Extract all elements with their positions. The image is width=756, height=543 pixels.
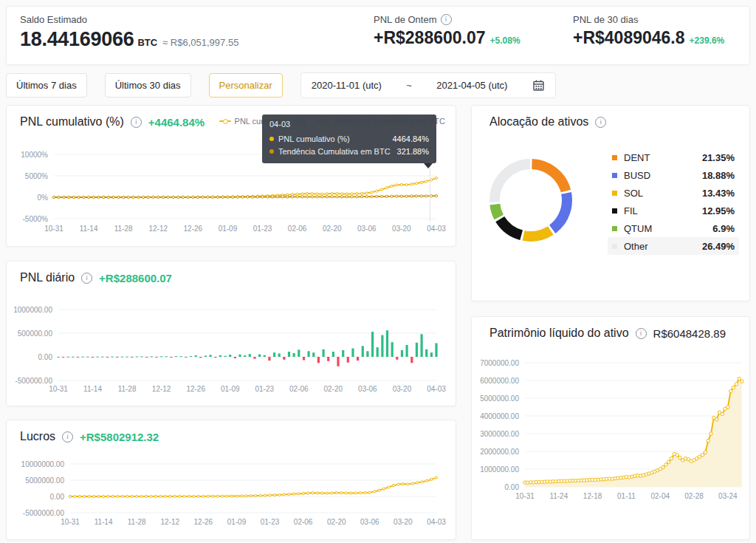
- svg-text:02-06: 02-06: [288, 225, 307, 233]
- date-end-value[interactable]: 2021-04-05 (utc): [436, 80, 507, 91]
- svg-text:11-28: 11-28: [128, 518, 146, 526]
- svg-text:-5000%: -5000%: [23, 215, 49, 223]
- info-icon[interactable]: i: [636, 328, 647, 339]
- profits-value: +R$5802912.32: [80, 431, 159, 443]
- pnl-yesterday-value: +R$288600.07: [374, 28, 486, 48]
- svg-text:2000000.00: 2000000.00: [480, 448, 519, 456]
- legend-label: FIL: [624, 205, 638, 216]
- last-30-days-button[interactable]: Últimos 30 dias: [105, 73, 191, 98]
- info-icon[interactable]: i: [62, 431, 73, 443]
- svg-text:-5000000.00: -5000000.00: [23, 509, 65, 517]
- net-worth-value: R$6048428.89: [653, 327, 726, 340]
- svg-text:01-09: 01-09: [227, 518, 247, 526]
- svg-text:12-26: 12-26: [184, 225, 203, 233]
- info-icon[interactable]: i: [441, 14, 452, 25]
- svg-text:11-14: 11-14: [94, 518, 113, 526]
- legend-label: BUSD: [624, 170, 650, 181]
- svg-text:3000000.00: 3000000.00: [480, 430, 519, 438]
- tooltip-date: 04-03: [269, 120, 429, 129]
- daily-pnl-value: +R$288600.07: [99, 272, 172, 284]
- date-filter-bar: Últimos 7 dias Últimos 30 dias Personali…: [6, 72, 556, 98]
- svg-text:01-11: 01-11: [617, 492, 636, 500]
- svg-text:01-23: 01-23: [253, 225, 272, 233]
- cumulative-pnl-value: +4464.84%: [148, 116, 205, 129]
- pnl-yesterday-percent: +5.08%: [490, 35, 520, 46]
- estimated-balance-fiat: ≈ R$6,051,997.55: [162, 37, 238, 48]
- svg-text:0.00: 0.00: [50, 493, 65, 501]
- tooltip-pointer: [424, 163, 433, 168]
- svg-text:-500000.00: -500000.00: [15, 377, 52, 385]
- svg-text:01-23: 01-23: [255, 385, 274, 393]
- svg-text:6000000.00: 6000000.00: [480, 377, 519, 385]
- legend-value: 18.88%: [702, 170, 735, 181]
- allocation-legend-item[interactable]: QTUM6.9%: [608, 219, 739, 237]
- daily-pnl-title: PNL diário: [20, 271, 75, 284]
- estimated-balance-value: 18.44169066: [20, 28, 134, 51]
- svg-text:4000000.00: 4000000.00: [480, 412, 519, 420]
- profits-title: Lucros: [20, 430, 55, 443]
- svg-text:03-06: 03-06: [360, 518, 379, 526]
- tooltip-label: Tendência Cumulativa em BTC: [278, 147, 391, 156]
- allocation-legend-item[interactable]: DENT21.35%: [608, 148, 739, 166]
- profits-card: Lucros i +R$5802912.32 10000000.00500000…: [6, 420, 456, 540]
- legend-swatch-icon: [612, 191, 617, 196]
- svg-text:11-14: 11-14: [80, 225, 98, 233]
- estimated-balance-label: Saldo Estimado: [20, 14, 238, 25]
- date-start-value[interactable]: 2020-11-01 (utc): [312, 80, 382, 91]
- svg-text:02-06: 02-06: [289, 385, 309, 393]
- last-7-days-button[interactable]: Últimos 7 dias: [6, 73, 87, 98]
- info-icon[interactable]: i: [81, 273, 92, 284]
- svg-text:12-26: 12-26: [194, 518, 213, 526]
- svg-text:03-06: 03-06: [357, 225, 377, 233]
- asset-allocation-title: Alocação de ativos: [489, 115, 588, 129]
- allocation-legend-item[interactable]: SOL13.43%: [608, 184, 739, 202]
- svg-text:12-18: 12-18: [583, 492, 602, 500]
- calendar-icon[interactable]: [532, 79, 545, 92]
- legend-label: DENT: [624, 152, 650, 163]
- legend-label: SOL: [624, 188, 643, 199]
- svg-text:12-12: 12-12: [152, 385, 171, 393]
- svg-text:02-04: 02-04: [650, 492, 670, 500]
- svg-text:11-24: 11-24: [549, 492, 568, 500]
- tooltip-row: Tendência Cumulativa em BTC 321.88%: [269, 145, 429, 157]
- svg-text:10000000.00: 10000000.00: [21, 460, 65, 468]
- info-icon[interactable]: i: [131, 117, 142, 128]
- svg-text:04-03: 04-03: [427, 225, 446, 233]
- allocation-legend-item[interactable]: BUSD18.88%: [608, 166, 739, 184]
- tooltip-label: PNL cumulativo (%): [278, 134, 350, 143]
- svg-text:12-12: 12-12: [160, 518, 179, 526]
- legend-swatch-icon: [612, 226, 617, 231]
- pnl-yesterday-label: PNL de Ontem: [374, 14, 437, 25]
- svg-text:10-31: 10-31: [61, 518, 80, 526]
- svg-text:04-03: 04-03: [427, 518, 446, 526]
- legend-value: 13.43%: [702, 188, 735, 199]
- legend-label: QTUM: [624, 223, 652, 234]
- series-dot-icon: [269, 137, 274, 141]
- pnl-30days-label: PNL de 30 dias: [573, 14, 724, 25]
- pnl-30days: PNL de 30 dias +R$4089046.8 +239.6%: [573, 14, 724, 48]
- legend-label: Other: [624, 241, 648, 252]
- tooltip-row: PNL cumulativo (%) 4464.84%: [269, 132, 429, 145]
- allocation-legend-item[interactable]: FIL12.95%: [608, 202, 739, 219]
- net-worth-chart[interactable]: 7000000.006000000.005000000.004000000.00…: [472, 317, 751, 541]
- customize-button[interactable]: Personalizar: [209, 73, 283, 98]
- allocation-legend-item[interactable]: Other26.49%: [608, 237, 739, 255]
- chart-crosshair: [430, 165, 430, 222]
- svg-text:11-28: 11-28: [118, 385, 137, 393]
- legend-swatch-icon: [612, 244, 617, 249]
- allocation-legend: DENT21.35%BUSD18.88%SOL13.43%FIL12.95%QT…: [608, 148, 739, 255]
- pnl-30days-percent: +239.6%: [690, 35, 725, 46]
- pnl-yesterday: PNL de Ontem i +R$288600.07 +5.08%: [374, 14, 520, 48]
- svg-text:02-20: 02-20: [324, 385, 343, 393]
- date-range-picker[interactable]: 2020-11-01 (utc) ~ 2021-04-05 (utc): [300, 72, 556, 98]
- svg-text:03-06: 03-06: [358, 385, 377, 393]
- tooltip-value: 4464.84%: [392, 134, 429, 143]
- summary-card: Saldo Estimado 18.44169066 BTC ≈ R$6,051…: [6, 6, 750, 65]
- svg-text:5000000.00: 5000000.00: [25, 477, 64, 485]
- svg-text:02-20: 02-20: [323, 225, 342, 233]
- asset-allocation-card: Alocação de ativos i DENT21.35%BUSD18.88…: [471, 105, 750, 301]
- svg-text:5000000.00: 5000000.00: [480, 395, 519, 403]
- legend-line-marker-icon: [219, 120, 231, 122]
- info-icon[interactable]: i: [595, 117, 606, 128]
- estimated-balance: Saldo Estimado 18.44169066 BTC ≈ R$6,051…: [20, 14, 238, 51]
